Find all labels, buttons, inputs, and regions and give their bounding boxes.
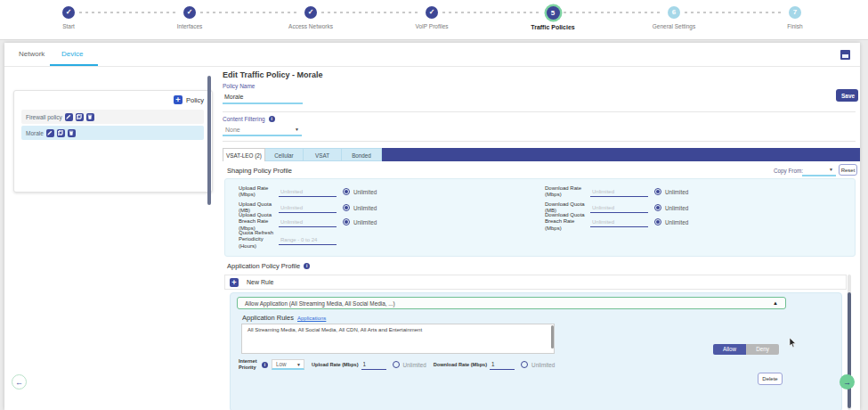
quota-refresh-row: Quota Refresh Periodicity (Hours): [239, 233, 337, 247]
info-icon[interactable]: i: [304, 263, 310, 269]
tab-device[interactable]: Device: [61, 50, 83, 58]
stepper-step-general-settings[interactable]: 6 General Settings: [621, 6, 727, 29]
add-policy-button[interactable]: + Policy: [174, 95, 204, 104]
info-icon[interactable]: i: [269, 116, 275, 122]
plus-icon: +: [230, 278, 239, 287]
check-icon: ✓: [426, 6, 438, 19]
upload-rate-unlimited-radio[interactable]: [343, 188, 350, 195]
upload-quota-unlimited-radio[interactable]: [343, 204, 350, 211]
tab-bonded[interactable]: Bonded: [342, 148, 382, 161]
upload-rate-row: Upload Rate (Mbps) Unlimited: [239, 184, 377, 199]
quota-refresh-input[interactable]: [279, 234, 337, 245]
check-icon: ✓: [304, 6, 317, 19]
rule-header-collapse[interactable]: Allow Application (All Streaming Media, …: [237, 297, 786, 309]
stepper-step-voip-profiles[interactable]: ✓ VoIP Profiles: [378, 6, 485, 29]
arrow-left-icon: ←: [15, 378, 23, 387]
upload-breach-rate-row: Upload Quota Breach Rate (Mbps) Unlimite…: [239, 215, 377, 229]
copy-from-select[interactable]: ▼: [802, 164, 836, 176]
upload-breach-rate-input[interactable]: [279, 217, 337, 227]
application-rule-card: Allow Application (All Streaming Media, …: [230, 292, 842, 410]
download-quota-input[interactable]: [590, 202, 648, 213]
next-button[interactable]: →: [840, 374, 855, 390]
info-icon[interactable]: i: [262, 362, 268, 368]
upload-quota-input[interactable]: [279, 202, 337, 213]
stepper-step-start[interactable]: ✓ Start: [15, 6, 122, 29]
step-number: 5: [547, 6, 560, 20]
policy-list-panel: + Policy Firewall policy Morale: [13, 90, 213, 193]
back-button[interactable]: ←: [12, 374, 27, 390]
mouse-cursor: [789, 336, 797, 352]
edit-policy-icon[interactable]: [65, 113, 73, 121]
policy-list-item-firewall[interactable]: Firewall policy: [21, 110, 204, 124]
expand-window-icon[interactable]: [840, 50, 850, 60]
application-rules-textarea[interactable]: All Streaming Media, All Social Media, A…: [241, 324, 555, 354]
stepper-step-finish[interactable]: 7 Finish: [742, 6, 848, 29]
save-button[interactable]: Save: [836, 89, 858, 102]
copy-from-label: Copy From:: [774, 168, 803, 174]
shaping-policy-panel: Upload Rate (Mbps) Unlimited Upload Quot…: [224, 178, 856, 257]
download-breach-rate-input[interactable]: [590, 217, 648, 227]
allow-button[interactable]: Allow: [713, 344, 746, 355]
step-number: 7: [789, 6, 801, 19]
policy-list-item-morale[interactable]: Morale: [21, 126, 204, 140]
upload-breach-unlimited-radio[interactable]: [343, 218, 350, 226]
tab-vsat-leo[interactable]: VSAT-LEO (2): [223, 148, 265, 161]
divider: [223, 111, 856, 112]
stepper-step-interfaces[interactable]: ✓ Interfaces: [136, 6, 243, 29]
delete-policy-icon[interactable]: [86, 113, 94, 121]
copy-policy-icon[interactable]: [76, 113, 84, 121]
priority-select[interactable]: Low ▼: [272, 359, 304, 370]
check-icon: ✓: [183, 6, 196, 19]
delete-policy-icon[interactable]: [68, 129, 76, 137]
deny-button[interactable]: Deny: [746, 344, 779, 355]
tab-vsat[interactable]: VSAT: [304, 148, 342, 161]
policy-name-input[interactable]: [223, 91, 303, 104]
rule-upload-rate-input[interactable]: [361, 360, 386, 370]
upload-rate-input[interactable]: [279, 186, 337, 197]
tab-network[interactable]: Network: [19, 50, 45, 58]
reset-button[interactable]: Reset: [839, 164, 857, 176]
wizard-stepper: ✓ Start ✓ Interfaces ✓ Access Networks ✓…: [0, 0, 868, 40]
stepper-step-access-networks[interactable]: ✓ Access Networks: [257, 6, 364, 29]
rule-download-unlimited-radio[interactable]: [521, 361, 528, 368]
rules-scrollbar-thumb[interactable]: [848, 292, 851, 408]
network-device-tabs: Network Device: [4, 43, 860, 67]
application-rules-label: Application Rules: [242, 314, 294, 322]
caret-down-icon: ▼: [829, 167, 836, 172]
check-icon: ✓: [62, 6, 75, 19]
collapse-triangle-icon: ▲: [773, 300, 778, 306]
download-rate-input[interactable]: [590, 186, 648, 197]
policy-name-label: Policy Name: [223, 83, 255, 89]
new-rule-button[interactable]: + New Rule: [224, 275, 847, 290]
download-quota-unlimited-radio[interactable]: [654, 204, 661, 211]
rule-rate-controls: Internet Priority i Low ▼ Upload Rate (M…: [239, 357, 555, 372]
plus-icon: +: [174, 95, 183, 104]
content-scrollbar[interactable]: [207, 76, 211, 205]
download-breach-unlimited-radio[interactable]: [654, 218, 661, 226]
rule-download-rate-input[interactable]: [490, 360, 515, 370]
rule-download-rate-label: Download Rate (Mbps): [434, 362, 487, 368]
textarea-scrollbar[interactable]: [551, 325, 554, 348]
copy-policy-icon[interactable]: [57, 129, 65, 137]
delete-rule-button[interactable]: Delete: [758, 373, 783, 385]
step-number: 6: [668, 6, 680, 19]
caret-down-icon: ▼: [295, 127, 302, 132]
download-breach-rate-row: Download Quota Breach Rate (Mbps) Unlimi…: [545, 215, 688, 229]
rule-upload-unlimited-radio[interactable]: [393, 361, 400, 368]
tab-strip-filler: [382, 148, 860, 161]
edit-policy-icon[interactable]: [46, 129, 54, 137]
app-screen: ✓ Start ✓ Interfaces ✓ Access Networks ✓…: [0, 0, 868, 410]
stepper-step-traffic-policies[interactable]: 5 Traffic Policies: [499, 6, 606, 30]
applications-link[interactable]: Applications: [297, 316, 326, 321]
tab-cellular[interactable]: Cellular: [265, 148, 304, 161]
download-rate-unlimited-radio[interactable]: [654, 188, 661, 195]
shaping-profile-title: Shaping Policy Profile: [227, 167, 292, 175]
active-tab-underline: [50, 64, 98, 66]
arrow-right-icon: →: [843, 378, 851, 387]
wan-profile-tabs: VSAT-LEO (2) Cellular VSAT Bonded: [223, 148, 860, 161]
content-filtering-label: Content Filtering i: [223, 116, 275, 122]
allow-deny-toggle: Allow Deny: [713, 344, 779, 355]
rule-upload-rate-label: Upload Rate (Mbps): [312, 362, 359, 368]
content-filtering-select[interactable]: None ▼: [223, 124, 302, 136]
caret-down-icon: ▼: [296, 362, 304, 367]
